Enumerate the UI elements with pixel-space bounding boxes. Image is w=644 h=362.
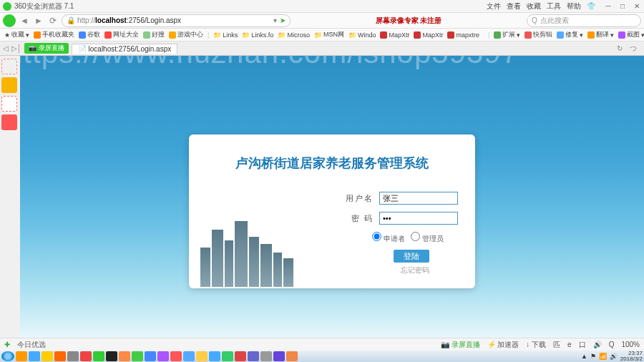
side-shop-icon[interactable] xyxy=(1,114,17,130)
tray-up-icon[interactable]: ▲ xyxy=(581,353,587,360)
task-icon[interactable] xyxy=(235,351,246,361)
fav-item[interactable]: 📁Links xyxy=(213,31,238,39)
task-icon[interactable] xyxy=(16,351,27,361)
side-app-icon[interactable] xyxy=(1,96,17,112)
tab-refresh-icon[interactable]: ↻ xyxy=(617,44,623,52)
username-label: 用户名 xyxy=(345,193,374,204)
menu-tools[interactable]: 工具 xyxy=(547,1,561,11)
fav-item[interactable]: mapxtre xyxy=(447,31,479,39)
task-icon[interactable] xyxy=(132,351,143,361)
login-button[interactable]: 登陆 xyxy=(394,250,429,263)
browser-titlebar: 360安全浏览器 7.1 文件 查看 收藏 工具 帮助 👕 ─ □ ✕ xyxy=(0,0,644,13)
today-link[interactable]: 今日优选 xyxy=(17,340,46,350)
status-item[interactable]: ⚡ 加速器 xyxy=(487,340,519,350)
task-icon[interactable] xyxy=(145,351,156,361)
fav-item[interactable]: ★ 收藏 ▾ xyxy=(4,30,29,39)
back-icon[interactable]: ◄ xyxy=(19,15,30,26)
url-protocol: http:// xyxy=(77,16,95,24)
close-icon[interactable]: ✕ xyxy=(633,2,641,11)
status-item[interactable]: ↓ 下载 xyxy=(526,340,546,350)
task-icon[interactable] xyxy=(42,351,53,361)
task-icon[interactable] xyxy=(80,351,92,361)
task-icon[interactable] xyxy=(157,351,169,361)
task-icon[interactable] xyxy=(183,351,195,361)
fav-item[interactable]: 好搜 xyxy=(143,30,165,39)
status-item[interactable]: e xyxy=(567,341,572,348)
password-input[interactable] xyxy=(379,212,458,225)
status-item[interactable]: 口 xyxy=(579,340,586,350)
go-icon[interactable]: ➤ xyxy=(280,16,286,24)
fav-item[interactable]: 📁Microso xyxy=(278,31,310,39)
logo-icon xyxy=(3,2,11,11)
add-icon[interactable]: ✚ xyxy=(4,341,10,348)
status-item[interactable]: 匹 xyxy=(553,340,560,350)
task-icon[interactable] xyxy=(119,351,130,361)
task-icon[interactable] xyxy=(93,351,104,361)
fav-ext[interactable]: 翻译 ▾ xyxy=(587,30,614,39)
buildings-image xyxy=(200,219,301,287)
tray-vol-icon[interactable]: 🔊 xyxy=(610,353,618,360)
login-title: 卢沟桥街道居家养老服务管理系统 xyxy=(206,155,458,172)
system-tray[interactable]: ▲ ⚑ 📶 🔊 23:37 2018/3/2 xyxy=(581,351,643,362)
side-weibo-icon[interactable] xyxy=(1,77,17,93)
sidebar xyxy=(0,56,20,133)
task-icon[interactable] xyxy=(260,351,272,361)
status-item[interactable]: 🔊 xyxy=(593,341,602,348)
search-icon: Q xyxy=(532,16,537,24)
task-icon[interactable] xyxy=(170,351,182,361)
role-applicant[interactable]: 申请者 xyxy=(372,232,405,244)
fav-item[interactable]: 手机收藏夹 xyxy=(34,30,74,39)
fav-item[interactable]: 📁MSN网 xyxy=(314,30,344,39)
zoom-level[interactable]: 100% xyxy=(621,341,640,348)
lock-icon: 🔒 xyxy=(67,16,75,24)
fav-item[interactable]: 📁Windo xyxy=(348,31,376,39)
status-item[interactable]: 📷 录屏直播 xyxy=(441,340,480,350)
tray-flag-icon[interactable]: ⚑ xyxy=(590,353,596,360)
maximize-icon[interactable]: □ xyxy=(618,2,627,11)
search-bar[interactable]: Q 点此搜索 xyxy=(527,14,641,27)
page-tab[interactable]: 📄 localhost:2756/Login.aspx xyxy=(72,44,177,54)
tray-clock[interactable]: 23:37 2018/3/2 xyxy=(620,351,643,362)
task-icon[interactable] xyxy=(54,351,66,361)
task-icon[interactable] xyxy=(106,351,117,361)
fav-ext[interactable]: 扩展 ▾ xyxy=(494,30,520,39)
fav-item[interactable]: 📁Links.fo xyxy=(242,31,273,39)
menu-skin-icon[interactable]: 👕 xyxy=(587,2,595,10)
menu-view[interactable]: 查看 xyxy=(507,1,521,11)
task-icon[interactable] xyxy=(209,351,220,361)
reload-icon[interactable]: ⟳ xyxy=(47,15,59,26)
fav-item[interactable]: MapXtr xyxy=(414,31,443,39)
status-item[interactable]: Q xyxy=(609,341,615,348)
minimize-icon[interactable]: ─ xyxy=(604,2,613,11)
forgot-link[interactable]: 忘记密码 xyxy=(401,265,429,275)
username-input[interactable] xyxy=(379,192,458,205)
task-icon[interactable] xyxy=(273,351,285,361)
fav-item[interactable]: 网址大全 xyxy=(104,30,139,39)
fav-ext[interactable]: 修复 ▾ xyxy=(557,30,583,39)
fav-item[interactable]: 谷歌 xyxy=(79,30,100,39)
tray-net-icon[interactable]: 📶 xyxy=(599,353,607,360)
tab-home-icon[interactable]: ▷│ xyxy=(11,44,21,52)
menu-favorites[interactable]: 收藏 xyxy=(527,1,541,11)
green-tab[interactable]: 📷 录屏直播 xyxy=(24,43,69,54)
task-icon[interactable] xyxy=(222,351,233,361)
role-admin[interactable]: 管理员 xyxy=(411,232,444,244)
forward-icon[interactable]: ► xyxy=(33,15,44,26)
address-bar[interactable]: 🔒 http:// localhost :2756/Login.aspx ▾ ➤ xyxy=(62,14,291,27)
task-icon[interactable] xyxy=(67,351,79,361)
task-icon[interactable] xyxy=(248,351,259,361)
fav-ext[interactable]: 截图 ▾ xyxy=(618,30,644,39)
dropdown-icon[interactable]: ▾ xyxy=(273,16,277,24)
side-360-icon[interactable] xyxy=(1,59,17,74)
fav-item[interactable]: 游戏中心 xyxy=(169,30,203,39)
fav-item[interactable]: MapXtr xyxy=(380,31,409,39)
start-button[interactable] xyxy=(1,351,14,361)
tab-close-icon[interactable]: つ xyxy=(630,44,637,54)
task-icon[interactable] xyxy=(196,351,208,361)
menu-help[interactable]: 帮助 xyxy=(567,1,581,11)
task-icon[interactable] xyxy=(29,351,40,361)
tab-back-icon[interactable]: ◁ xyxy=(3,44,9,52)
fav-ext[interactable]: 快剪辑 xyxy=(525,30,552,39)
task-icon[interactable] xyxy=(286,351,298,361)
menu-file[interactable]: 文件 xyxy=(487,1,501,11)
